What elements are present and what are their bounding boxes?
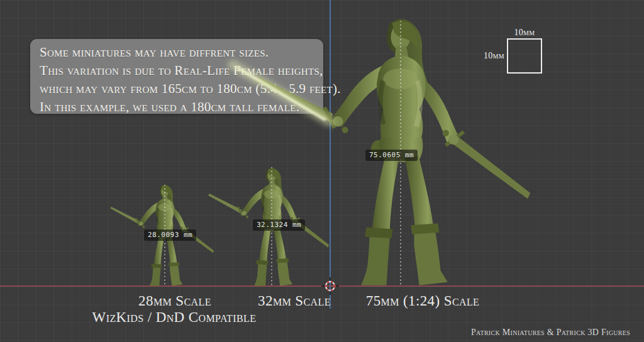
reference-square-10mm	[507, 38, 542, 74]
scale-caption-32mm: 32mm Scale	[258, 293, 331, 309]
reference-square-top-label: 10mm	[507, 28, 542, 38]
scale-caption-28mm: 28mm Scale	[138, 293, 211, 309]
reference-square-side-label: 10mm	[477, 51, 504, 61]
scene-canvas[interactable]	[0, 0, 644, 342]
sword-glow	[233, 65, 329, 121]
measurement-label-32mm: 32.1324 mm	[253, 219, 305, 231]
measurement-label-75mm: 75.0605 mm	[365, 150, 418, 161]
3d-cursor-icon	[321, 277, 339, 295]
credit-text: Patrick Miniatures & Patrick 3D Figures	[471, 328, 630, 338]
measurement-label-28mm: 28.0093 mm	[144, 229, 196, 241]
3d-viewport[interactable]: Some miniatures may have diffrent sizes.…	[0, 0, 644, 342]
scale-caption-75mm: 75mm (1:24) Scale	[366, 293, 480, 309]
scale-caption-28mm-subtitle: WizKids / DnD Compatible	[92, 309, 257, 326]
